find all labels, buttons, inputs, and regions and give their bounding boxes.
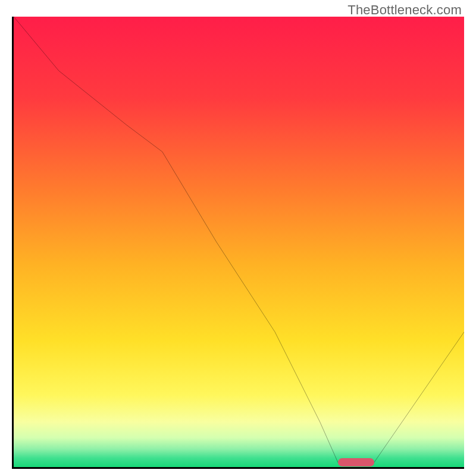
watermark-text: TheBottleneck.com	[347, 2, 462, 18]
chart-plot-area	[12, 17, 464, 469]
optimal-marker	[338, 458, 374, 466]
chart-curve	[14, 17, 464, 467]
